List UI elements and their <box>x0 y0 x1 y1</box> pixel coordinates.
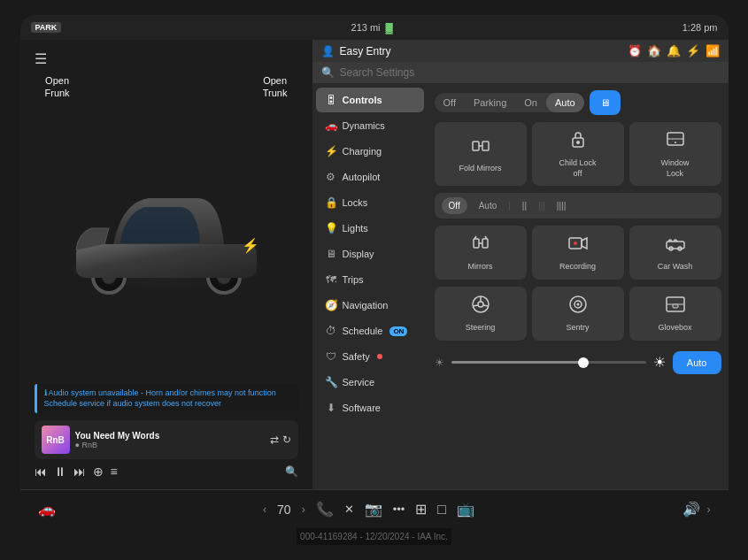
svg-line-24 <box>473 305 478 306</box>
menu-icon[interactable]: ☰ <box>35 50 47 67</box>
signal-icon[interactable]: 📶 <box>706 44 720 58</box>
sidebar-item-controls[interactable]: 🎛 Controls <box>316 88 424 112</box>
open-frunk-label[interactable]: OpenFrunk <box>45 74 70 100</box>
taskbar-left: 🚗 <box>38 501 56 518</box>
service-icon: 🔧 <box>325 376 337 388</box>
repeat-button[interactable]: ↻ <box>282 433 291 446</box>
sidebar-item-software[interactable]: ⬇ Software <box>316 395 424 420</box>
prev-button[interactable]: ⏮ <box>35 464 47 479</box>
glovebox-icon <box>665 294 686 319</box>
svg-text:⚡: ⚡ <box>242 237 259 254</box>
music-bar: RnB You Need My Words ● RnB ⇄ ↻ <box>35 420 298 459</box>
sidebar-item-charging[interactable]: ⚡ Charging <box>316 139 424 164</box>
screen-mode-button[interactable]: 🖥 <box>590 90 621 115</box>
brightness-slider[interactable] <box>451 361 646 364</box>
action-grid-3: Steering Sentry <box>435 287 721 341</box>
software-icon: ⬇ <box>325 402 337 414</box>
sidebar-item-display[interactable]: 🖥 Display <box>316 242 424 266</box>
phone-icon[interactable]: 📞 <box>316 501 334 518</box>
brightness-high-icon: ☀ <box>653 354 666 371</box>
mirrors-tile[interactable]: Mirrors <box>435 226 527 280</box>
steering-tile[interactable]: Steering <box>435 287 527 341</box>
display-label: Display <box>343 249 374 259</box>
easy-entry-label: Easy Entry <box>340 45 391 58</box>
fold-mirrors-tile[interactable]: Fold Mirrors <box>435 122 527 186</box>
add-button[interactable]: ⊕ <box>93 464 104 479</box>
pill-parking[interactable]: Parking <box>465 93 515 112</box>
home-icon[interactable]: 🏠 <box>647 44 661 58</box>
controls-label: Controls <box>343 95 382 105</box>
car-taskbar-icon[interactable]: 🚗 <box>38 501 56 518</box>
bluetooth-icon[interactable]: ⚡ <box>686 44 700 58</box>
speed-2[interactable]: |||| <box>550 197 573 214</box>
taskbar-center: ‹ 70 › 📞 ✕ 📷 ••• ⊞ □ 📺 <box>263 501 474 518</box>
svg-point-22 <box>478 302 483 307</box>
auto-brightness-button[interactable]: Auto <box>673 351 721 374</box>
glovebox-label: Glovebox <box>658 323 691 334</box>
glovebox-tile[interactable]: Glovebox <box>629 287 721 341</box>
square-icon[interactable]: □ <box>437 502 446 518</box>
sidebar-item-service[interactable]: 🔧 Service <box>316 370 424 395</box>
recording-tile[interactable]: Recording <box>532 226 624 280</box>
alert-banner: ℹ Audio system unavailable - Horn and/or… <box>35 384 298 413</box>
clock-icon[interactable]: ⏰ <box>628 44 642 58</box>
dynamics-icon: 🚗 <box>325 119 337 132</box>
camera-icon[interactable]: 📷 <box>365 501 382 518</box>
pill-auto[interactable]: Auto <box>546 93 584 112</box>
speed-auto[interactable]: Auto <box>472 197 505 214</box>
easy-entry-left: 👤 Easy Entry <box>321 45 391 58</box>
window-lock-tile[interactable]: WindowLock <box>629 122 721 186</box>
mirrors-label: Mirrors <box>468 262 493 272</box>
vol-right-arrow[interactable]: › <box>302 503 305 516</box>
sidebar-item-schedule[interactable]: ⏱ Schedule ON <box>316 318 424 343</box>
speaker-right-arrow[interactable]: › <box>707 503 711 516</box>
cancel-icon[interactable]: ✕ <box>344 502 354 516</box>
grid-icon[interactable]: ⊞ <box>415 501 427 518</box>
sentry-tile[interactable]: Sentry <box>532 287 624 341</box>
open-trunk-label[interactable]: OpenTrunk <box>263 74 288 100</box>
bell-icon[interactable]: 🔔 <box>667 44 681 58</box>
taskbar: 🚗 ‹ 70 › 📞 ✕ 📷 ••• ⊞ □ 📺 🔊 › <box>20 489 729 528</box>
sidebar-item-lights[interactable]: 💡 Lights <box>316 216 424 241</box>
sidebar-item-navigation[interactable]: 🧭 Navigation <box>316 293 424 318</box>
sidebar-item-safety[interactable]: 🛡 Safety <box>316 344 424 369</box>
tv-icon[interactable]: 📺 <box>457 501 474 518</box>
charging-icon: ⚡ <box>325 145 337 157</box>
sidebar-item-autopilot[interactable]: ⚙ Autopilot <box>316 165 424 189</box>
screen-icon: 🖥 <box>600 97 610 108</box>
easy-entry-bar: 👤 Easy Entry ⏰ 🏠 🔔 ⚡ 📶 <box>312 40 729 62</box>
search-bar[interactable]: 🔍 Search Settings <box>312 62 729 83</box>
locks-label: Locks <box>343 197 368 208</box>
main-content: ☰ OpenFrunk OpenTrunk <box>20 40 729 489</box>
speaker-icon[interactable]: 🔊 <box>682 501 700 518</box>
sidebar-item-locks[interactable]: 🔒 Locks <box>316 190 424 215</box>
extra-controls: 🔍 <box>285 465 298 478</box>
play-button[interactable]: ⏸ <box>54 464 66 479</box>
dots-icon[interactable]: ••• <box>393 502 405 516</box>
next-button[interactable]: ⏭ <box>73 464 86 479</box>
car-wash-tile[interactable]: Car Wash <box>629 226 721 280</box>
music-info: You Need My Words ● RnB <box>75 431 265 449</box>
left-panel: ☰ OpenFrunk OpenTrunk <box>20 40 312 489</box>
sidebar-item-dynamics[interactable]: 🚗 Dynamics <box>316 113 424 138</box>
child-lock-tile[interactable]: Child Lockoff <box>532 122 624 186</box>
pill-off[interactable]: Off <box>435 93 465 112</box>
speed-off[interactable]: Off <box>442 197 467 214</box>
brightness-row: ☀ ☀ Auto <box>435 348 721 378</box>
pill-on[interactable]: On <box>515 93 546 112</box>
schedule-badge: ON <box>389 326 407 336</box>
car-svg: ⚡ <box>60 184 273 299</box>
speed-1[interactable]: || <box>515 197 534 214</box>
eq-button[interactable]: ≡ <box>111 464 118 479</box>
drive-mode-pill: Off Parking On Auto <box>435 93 584 112</box>
search-music-button[interactable]: 🔍 <box>285 465 298 478</box>
vol-left-arrow[interactable]: ‹ <box>263 503 266 516</box>
sidebar-item-trips[interactable]: 🗺 Trips <box>316 267 424 292</box>
trips-label: Trips <box>343 274 364 285</box>
svg-rect-15 <box>482 239 488 248</box>
time-display: 1:28 pm <box>682 22 718 33</box>
shuffle-button[interactable]: ⇄ <box>270 433 279 446</box>
autopilot-label: Autopilot <box>343 172 381 182</box>
music-title: You Need My Words <box>75 431 265 441</box>
music-artist: ● RnB <box>75 441 265 449</box>
